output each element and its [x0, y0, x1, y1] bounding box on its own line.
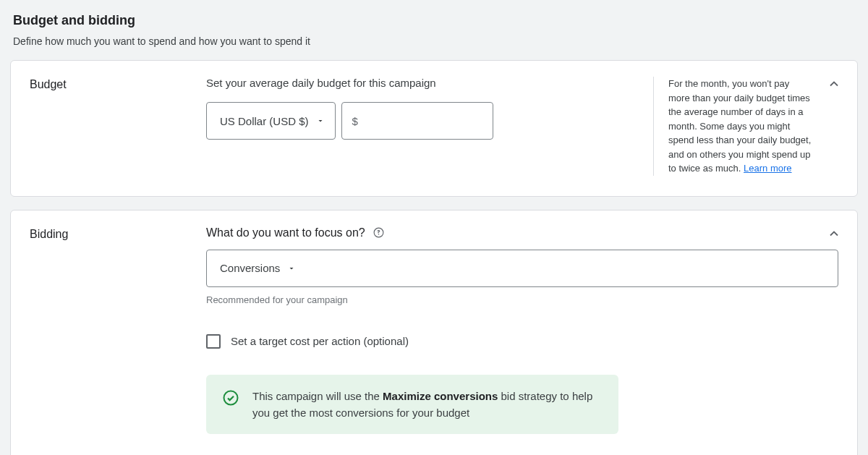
budget-amount-field[interactable]: $ [341, 102, 493, 140]
banner-text-pre: This campaign will use the [252, 390, 383, 402]
target-cpa-checkbox[interactable] [206, 334, 221, 349]
learn-more-link[interactable]: Learn more [744, 163, 791, 174]
strategy-info-banner: This campaign will use the Maximize conv… [206, 375, 618, 435]
focus-question: What do you want to focus on? [206, 226, 365, 239]
currency-select-value: US Dollar (USD $) [220, 115, 309, 127]
target-cpa-label: Set a target cost per action (optional) [231, 335, 409, 347]
currency-select[interactable]: US Dollar (USD $) [206, 102, 336, 140]
budget-amount-input[interactable] [362, 115, 482, 127]
currency-symbol: $ [352, 115, 358, 127]
bidding-section-label: Bidding [30, 226, 206, 456]
help-circle-icon [373, 226, 385, 239]
chevron-up-icon [827, 226, 841, 241]
budget-help-body: For the month, you won't pay more than y… [668, 78, 811, 174]
svg-point-1 [224, 391, 238, 404]
banner-text-bold: Maximize conversions [383, 390, 498, 402]
page-title: Budget and bidding [13, 13, 858, 28]
dropdown-caret-icon [287, 264, 296, 273]
budget-card: Budget Set your average daily budget for… [10, 60, 858, 197]
focus-select[interactable]: Conversions [206, 250, 838, 287]
recommended-note: Recommended for your campaign [206, 294, 838, 305]
page-subtitle: Define how much you want to spend and ho… [13, 35, 858, 47]
focus-select-value: Conversions [220, 262, 280, 274]
dropdown-caret-icon [316, 116, 325, 125]
collapse-bidding-button[interactable] [827, 226, 841, 241]
help-tooltip-button[interactable] [373, 226, 385, 239]
bidding-card: Bidding What do you want to focus on? Co… [10, 210, 858, 456]
check-circle-icon [222, 389, 239, 407]
chevron-up-icon [827, 77, 841, 91]
budget-section-label: Budget [30, 77, 206, 176]
budget-prompt: Set your average daily budget for this c… [206, 77, 639, 89]
budget-help-text: For the month, you won't pay more than y… [653, 77, 838, 176]
collapse-budget-button[interactable] [827, 77, 841, 91]
